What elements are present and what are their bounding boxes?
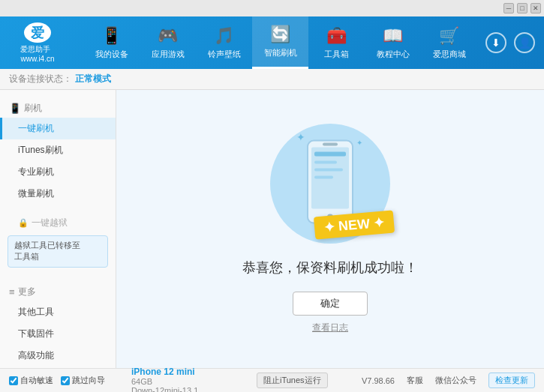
logo-text: 爱思助手 www.i4.cn — [20, 44, 54, 63]
my-device-label: 我的设备 — [95, 49, 128, 60]
tutorial-icon: 📖 — [383, 26, 403, 46]
my-device-icon: 📱 — [101, 26, 122, 46]
sidebar-item-pro-flash[interactable]: 专业刷机 — [0, 161, 116, 183]
think-store-label: 爱思商城 — [433, 49, 466, 60]
jailbreak-label: 一键越狱 — [32, 217, 68, 229]
flash-section-label: 刷机 — [24, 102, 42, 115]
toolbox-icon: 🧰 — [326, 26, 347, 46]
nav-item-smart-flash[interactable]: 🔄 智能刷机 — [252, 16, 308, 69]
maximize-btn[interactable]: □ — [517, 3, 527, 13]
minimize-btn[interactable]: ─ — [503, 3, 514, 13]
title-bar: ─ □ ✕ — [0, 0, 544, 16]
more-section-icon: ≡ — [9, 286, 15, 298]
jailbreak-note: 越狱工具已转移至工具箱 — [8, 235, 108, 268]
top-nav: 爱 爱思助手 www.i4.cn 📱 我的设备 🎮 应用游戏 🎵 铃声壁纸 🔄 … — [0, 16, 544, 69]
nav-item-apps-games[interactable]: 🎮 应用游戏 — [140, 16, 196, 69]
nav-item-think-store[interactable]: 🛒 爱思商城 — [421, 16, 477, 69]
auto-connect-label: 自动敏速 — [20, 375, 53, 386]
nav-items: 📱 我的设备 🎮 应用游戏 🎵 铃声壁纸 🔄 智能刷机 🧰 工具箱 📖 教程中心… — [75, 16, 485, 69]
sidebar-section-jailbreak: 🔒 一键越狱 — [0, 214, 116, 232]
svg-rect-5 — [314, 161, 337, 164]
close-btn[interactable]: ✕ — [530, 3, 541, 13]
auto-connect-checkbox[interactable]: 自动敏速 — [9, 375, 53, 386]
version-text: V7.98.66 — [362, 376, 395, 385]
download-btn[interactable]: ⬇ — [485, 32, 506, 53]
bottom-right: V7.98.66 客服 微信公众号 检查更新 — [362, 373, 535, 388]
flash-section-icon: 📱 — [9, 103, 21, 114]
device-info: iPhone 12 mini 64GB Down-12mini-13,1 — [125, 367, 242, 393]
status-label: 设备连接状态： — [9, 73, 72, 85]
bottom-mid: 阻止iTunes运行 — [242, 373, 362, 388]
apps-games-label: 应用游戏 — [152, 49, 185, 60]
logo-icon: 爱 — [24, 22, 51, 43]
status-value: 正常模式 — [75, 73, 111, 85]
nav-item-toolbox[interactable]: 🧰 工具箱 — [308, 16, 365, 69]
bottom-left: 自动敏速 跳过向导 — [9, 375, 125, 386]
status-bar: 设备连接状态： 正常模式 — [0, 69, 544, 90]
sparkle-top: ✦ — [296, 131, 305, 143]
svg-rect-6 — [314, 169, 343, 172]
sidebar: 📱 刷机 一键刷机 iTunes刷机 专业刷机 微量刷机 🔒 一键越狱 越狱工具… — [0, 90, 116, 368]
sidebar-item-other-tools[interactable]: 其他工具 — [0, 301, 116, 323]
lock-icon: 🔒 — [18, 218, 29, 228]
content-area: ✦ NEW ✦ ✦ ✦ 恭喜您，保资料刷机成功啦！ 确定 查看日志 — [116, 90, 544, 368]
sidebar-item-micro-flash[interactable]: 微量刷机 — [0, 183, 116, 205]
svg-rect-7 — [314, 176, 333, 179]
nav-item-my-device[interactable]: 📱 我的设备 — [83, 16, 140, 69]
confirm-button[interactable]: 确定 — [293, 292, 368, 316]
itunes-button[interactable]: 阻止iTunes运行 — [257, 373, 328, 388]
sparkle-right: ✦ — [373, 214, 386, 230]
smart-flash-label: 智能刷机 — [264, 47, 297, 58]
sidebar-item-one-click-flash[interactable]: 一键刷机 — [0, 118, 116, 139]
toolbox-label: 工具箱 — [324, 49, 349, 60]
skip-wizard-label: 跳过向导 — [72, 375, 105, 386]
customer-service-link[interactable]: 客服 — [407, 375, 423, 386]
main-area: 📱 刷机 一键刷机 iTunes刷机 专业刷机 微量刷机 🔒 一键越狱 越狱工具… — [0, 90, 544, 368]
sidebar-item-itunes-flash[interactable]: iTunes刷机 — [0, 139, 116, 161]
sidebar-item-advanced[interactable]: 高级功能 — [0, 345, 116, 367]
tutorial-label: 教程中心 — [377, 49, 410, 60]
skip-wizard-input[interactable] — [61, 376, 70, 385]
sparkle-right2: ✦ — [356, 139, 362, 147]
wechat-link[interactable]: 微信公众号 — [435, 375, 476, 386]
device-storage: 64GB — [131, 377, 236, 386]
ringtone-label: 铃声壁纸 — [208, 49, 241, 60]
svg-rect-2 — [323, 143, 338, 146]
hero-illustration: ✦ NEW ✦ ✦ ✦ — [281, 124, 379, 244]
success-text: 恭喜您，保资料刷机成功啦！ — [242, 259, 418, 277]
think-store-icon: 🛒 — [439, 26, 459, 46]
nav-item-tutorial[interactable]: 📖 教程中心 — [365, 16, 421, 69]
sidebar-section-more: ≡ 更多 — [0, 283, 116, 301]
logo-area: 爱 爱思助手 www.i4.cn — [0, 16, 75, 69]
ringtone-icon: 🎵 — [214, 26, 234, 46]
guide-link[interactable]: 查看日志 — [312, 322, 348, 334]
smart-flash-icon: 🔄 — [270, 25, 290, 44]
check-update-btn[interactable]: 检查更新 — [488, 373, 535, 388]
apps-games-icon: 🎮 — [158, 26, 178, 46]
user-btn[interactable]: 👤 — [514, 32, 535, 53]
svg-rect-4 — [314, 152, 346, 157]
sidebar-section-flash: 📱 刷机 — [0, 99, 116, 118]
skip-wizard-checkbox[interactable]: 跳过向导 — [61, 375, 105, 386]
phone-container: ✦ NEW ✦ ✦ ✦ — [281, 124, 379, 244]
nav-item-ringtone[interactable]: 🎵 铃声壁纸 — [196, 16, 252, 69]
sparkle-left: ✦ — [323, 219, 335, 235]
nav-right: ⬇ 👤 — [485, 32, 544, 53]
device-model: Down-12mini-13,1 — [131, 386, 236, 393]
auto-connect-input[interactable] — [9, 376, 18, 385]
bottom-bar: 自动敏速 跳过向导 iPhone 12 mini 64GB Down-12min… — [0, 368, 544, 392]
more-section-label: 更多 — [18, 286, 36, 298]
sidebar-item-download-firmware[interactable]: 下载固件 — [0, 323, 116, 345]
